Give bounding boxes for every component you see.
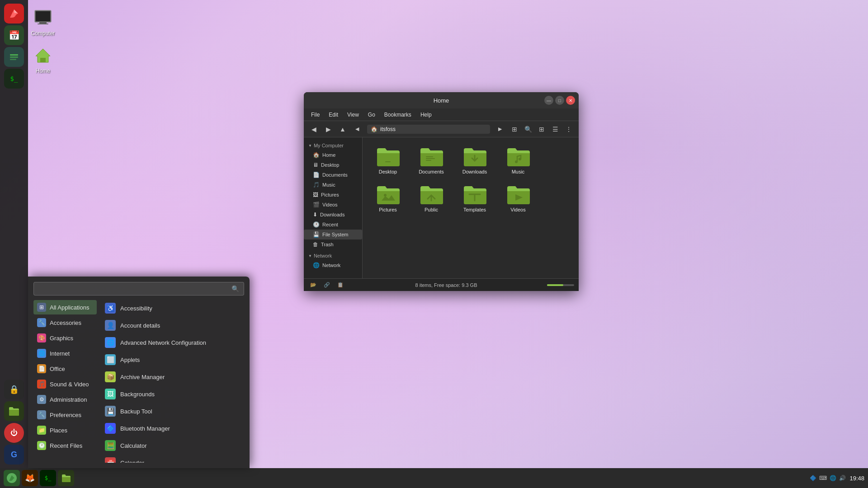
dock-item-power[interactable]: ⏻: [4, 423, 24, 443]
app-backup-tool[interactable]: 💾 Backup Tool: [100, 403, 244, 419]
minimize-button[interactable]: —: [544, 96, 553, 105]
cat-accessories[interactable]: 🔧 Accessories: [33, 315, 97, 330]
file-item-videos[interactable]: Videos: [498, 181, 538, 215]
list-view-button[interactable]: ☰: [549, 123, 561, 136]
cat-preferences[interactable]: 🔧 Preferences: [33, 408, 97, 422]
cat-administration[interactable]: ⚙ Administration: [33, 392, 97, 407]
desktop-icon-computer[interactable]: Computer: [25, 7, 61, 37]
cat-graphics[interactable]: 🎨 Graphics: [33, 331, 97, 345]
sidebar-link-recent[interactable]: 🕐Recent: [304, 220, 362, 230]
dock-item-stack[interactable]: [4, 47, 24, 67]
app-account-details[interactable]: 👤 Account details: [100, 317, 244, 333]
search-icon[interactable]: 🔍: [231, 285, 239, 292]
search-button[interactable]: 🔍: [522, 123, 534, 136]
section-label: My Computer: [314, 143, 344, 148]
sidebar-section-network-header[interactable]: ▼ Network: [304, 251, 362, 260]
app-archive-manager[interactable]: 📦 Archive Manager: [100, 369, 244, 385]
taskbar-app-files[interactable]: [58, 470, 74, 486]
zoom-control: [547, 284, 574, 286]
cat-internet[interactable]: 🌐 Internet: [33, 346, 97, 361]
file-label-videos: Videos: [510, 207, 525, 212]
sidebar-link-downloads[interactable]: ⬇Downloads: [304, 210, 362, 220]
file-item-downloads[interactable]: Downloads: [455, 143, 495, 177]
dock-item-brisk-menu[interactable]: [4, 4, 24, 23]
svg-rect-4: [40, 58, 46, 62]
symlink-button[interactable]: 🔗: [322, 280, 332, 290]
taskbar-left: 🦊 $_: [4, 470, 74, 486]
sidebar-link-videos[interactable]: 🎬Videos: [304, 200, 362, 210]
svg-rect-6: [10, 56, 18, 58]
taskbar-app-mint[interactable]: [4, 470, 20, 486]
file-item-desktop[interactable]: Desktop: [368, 143, 408, 177]
app-bluetooth[interactable]: 🔷 Bluetooth Manager: [100, 420, 244, 436]
app-backgrounds[interactable]: 🖼 Backgrounds: [100, 386, 244, 402]
file-sidebar: ▼ My Computer 🏠Home 🖥Desktop 📄Documents …: [304, 137, 363, 278]
sidebar-link-pictures[interactable]: 🖼Pictures: [304, 190, 362, 200]
cat-all-apps[interactable]: ⊞ All Applications: [33, 300, 97, 314]
taskbar-app-terminal[interactable]: $_: [40, 470, 56, 486]
cat-sound-video[interactable]: 🎵 Sound & Video: [33, 377, 97, 391]
home-folder-icon: [32, 44, 54, 66]
dock-item-calendar[interactable]: 📅: [4, 25, 24, 45]
menu-view[interactable]: View: [344, 110, 363, 119]
svg-point-13: [519, 158, 521, 160]
collapse-arrow-network: ▼: [308, 254, 312, 258]
prev-location-button[interactable]: ◀: [351, 123, 363, 136]
window-menubar: File Edit View Go Bookmarks Help: [304, 108, 579, 121]
zoom-bar[interactable]: [547, 284, 574, 286]
dock-item-lock[interactable]: 🔒: [4, 380, 24, 399]
app-calculator[interactable]: 🧮 Calculator: [100, 437, 244, 454]
app-adv-network[interactable]: 🌐 Advanced Network Configuration: [100, 334, 244, 351]
sidebar-link-documents[interactable]: 📄Documents: [304, 170, 362, 180]
next-location-button[interactable]: ▶: [494, 123, 506, 136]
sidebar-link-filesystem[interactable]: 💾File System: [304, 230, 362, 239]
app-calendar[interactable]: 📅 Calendar: [100, 455, 244, 463]
file-item-pictures[interactable]: Pictures: [368, 181, 408, 215]
menu-file[interactable]: File: [307, 110, 323, 119]
sidebar-link-network[interactable]: 🌐Network: [304, 260, 362, 270]
toggle-sidebar-button[interactable]: ⊞: [508, 123, 521, 136]
sidebar-section-mycomputer-header[interactable]: ▼ My Computer: [304, 141, 362, 150]
file-item-templates[interactable]: Templates: [455, 181, 495, 215]
properties-button[interactable]: 📋: [335, 280, 345, 290]
file-item-public[interactable]: Public: [411, 181, 451, 215]
menu-button[interactable]: ⋮: [562, 123, 575, 136]
desktop-icon-home[interactable]: Home: [25, 44, 61, 74]
menu-help[interactable]: Help: [417, 110, 435, 119]
menu-go[interactable]: Go: [364, 110, 379, 119]
sidebar-link-home[interactable]: 🏠Home: [304, 150, 362, 160]
apps-column: ♿ Accessibility 👤 Account details 🌐 Adva…: [100, 300, 244, 463]
forward-button[interactable]: ▶: [322, 123, 335, 136]
dock-item-google[interactable]: G: [4, 445, 24, 465]
back-button[interactable]: ◀: [307, 123, 320, 136]
location-bar: 🏠 itsfoss: [367, 125, 490, 134]
sidebar-link-trash[interactable]: 🗑Trash: [304, 239, 362, 249]
up-button[interactable]: ▲: [336, 123, 349, 136]
svg-rect-5: [10, 54, 18, 56]
taskbar-app-firefox[interactable]: 🦊: [22, 470, 38, 486]
close-button[interactable]: ✕: [566, 96, 575, 105]
maximize-button[interactable]: □: [555, 96, 564, 105]
cat-recent-files[interactable]: 🕐 Recent Files: [33, 438, 97, 453]
app-applets[interactable]: ⬜ Applets: [100, 352, 244, 368]
open-location-button[interactable]: 📂: [308, 280, 318, 290]
dock-item-folder[interactable]: [4, 401, 24, 421]
dock-item-terminal[interactable]: $_: [4, 69, 24, 89]
grid-view-button[interactable]: ⊞: [535, 123, 548, 136]
category-column: ⊞ All Applications 🔧 Accessories 🎨 Graph…: [33, 300, 97, 463]
file-label-music: Music: [512, 169, 525, 174]
search-bar: 🔍: [33, 282, 244, 296]
app-accessibility[interactable]: ♿ Accessibility: [100, 300, 244, 316]
sidebar-link-desktop[interactable]: 🖥Desktop: [304, 160, 362, 170]
file-item-documents[interactable]: Documents: [411, 143, 451, 177]
menu-edit[interactable]: Edit: [325, 110, 342, 119]
file-item-music[interactable]: Music: [498, 143, 538, 177]
menu-bookmarks[interactable]: Bookmarks: [381, 110, 415, 119]
cat-places[interactable]: 📁 Places: [33, 423, 97, 437]
svg-rect-11: [426, 160, 431, 161]
collapse-arrow: ▼: [308, 144, 312, 148]
sidebar-link-music[interactable]: 🎵Music: [304, 180, 362, 190]
cat-office[interactable]: 📄 Office: [33, 361, 97, 376]
svg-rect-2: [39, 22, 47, 23]
search-input[interactable]: [38, 285, 231, 292]
